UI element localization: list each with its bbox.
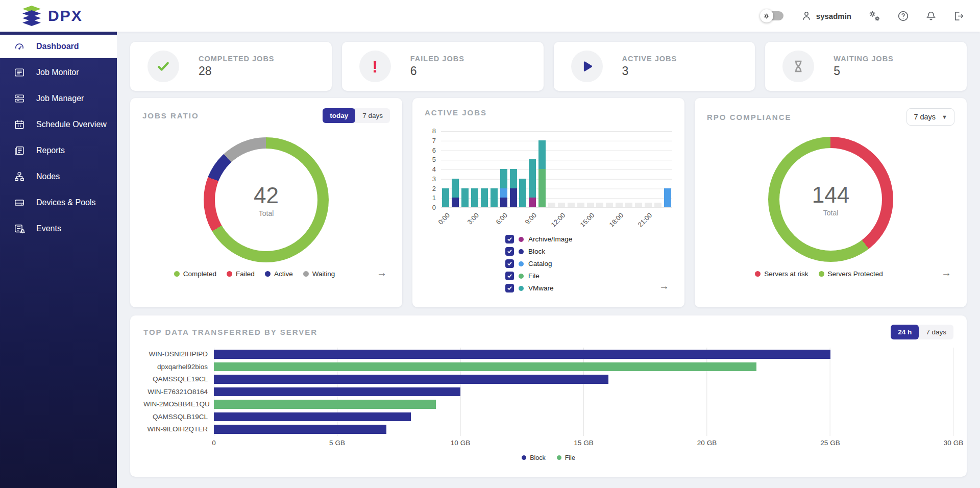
seven-days-button[interactable]: 7 days <box>919 325 953 339</box>
sidebar-item-devices-pools[interactable]: Devices & Pools <box>0 191 117 214</box>
server-label: WIN-9ILOIH2QTER <box>143 425 214 433</box>
empty-bar-placeholder <box>596 203 603 207</box>
bar-segment-vmware <box>442 188 449 208</box>
sidebar-item-dashboard[interactable]: Dashboard <box>0 35 117 58</box>
sidebar-item-job-monitor[interactable]: Job Monitor <box>0 61 117 84</box>
main-content: COMPLETED JOBS 28 ! FAILED JOBS 6 ACTIVE… <box>117 32 980 488</box>
legend-file: File <box>557 454 575 461</box>
server-row: QAMSSQLB19CL <box>143 412 953 422</box>
empty-bar-placeholder <box>635 203 642 207</box>
legend-archive-image[interactable]: Archive/Image <box>505 234 672 244</box>
legend-catalog[interactable]: Catalog <box>505 259 672 269</box>
bar-slot-17:00 <box>605 131 615 207</box>
jobs-total-label: Total <box>259 209 274 217</box>
empty-bar-placeholder <box>577 203 584 207</box>
bar-slot-20:00 <box>634 131 644 207</box>
rpo-range-value: 7 days <box>914 113 936 121</box>
rpo-total-label: Total <box>823 209 839 217</box>
bar-slot-5:00 <box>489 131 499 207</box>
legend-block: Block <box>522 454 546 461</box>
server-row: WIN-2MO5BB4E1QU <box>143 400 953 409</box>
bar-track <box>214 350 953 359</box>
sidebar-item-label: Job Monitor <box>36 68 79 77</box>
rpo-detail-arrow[interactable]: → <box>941 267 951 279</box>
bar-segment-catalog <box>664 188 671 208</box>
help-button[interactable] <box>897 10 909 22</box>
services-button[interactable] <box>868 9 881 22</box>
stat-label: COMPLETED JOBS <box>199 55 275 63</box>
bar-segment-block <box>452 198 459 207</box>
vmware-checkbox[interactable] <box>505 284 514 292</box>
active-jobs-detail-arrow[interactable]: → <box>659 280 669 292</box>
jobs-ratio-detail-arrow[interactable]: → <box>377 267 387 279</box>
sidebar-item-nodes[interactable]: Nodes <box>0 165 117 188</box>
archive-image-dot <box>519 237 524 242</box>
x-tick-label: 0:00 <box>437 211 452 226</box>
bar-segment-vmware <box>510 169 517 188</box>
y-tick-label: 8 <box>432 127 436 135</box>
y-tick-label: 6 <box>432 147 436 154</box>
sidebar-item-job-manager[interactable]: Job Manager <box>0 87 117 110</box>
x-tick-label: 21:00 <box>636 211 654 229</box>
server-row: dpxqarhel92bios <box>143 362 953 372</box>
sidebar-item-schedule-overview[interactable]: Schedule Overview <box>0 113 117 136</box>
rpo-range-select[interactable]: 7 days ▼ <box>906 108 954 126</box>
x-tick-label: 25 GB <box>820 439 840 447</box>
username: sysadmin <box>816 12 851 20</box>
rpo-legend: Servers at risk Servers Protected <box>707 270 931 278</box>
bar-track <box>214 425 953 434</box>
stat-label: WAITING JOBS <box>834 55 894 63</box>
block-checkbox[interactable] <box>505 247 514 256</box>
legend-file[interactable]: File <box>505 271 672 281</box>
bar-slot-21:00: 21:00 <box>643 131 653 207</box>
logout-button[interactable] <box>953 10 965 22</box>
job-monitor-icon <box>14 67 25 78</box>
y-tick-label: 0 <box>432 204 436 211</box>
settings-toggle[interactable] <box>760 9 785 22</box>
active-jobs-title: ACTIVE JOBS <box>425 108 487 117</box>
bar-slot-16:00 <box>595 131 605 207</box>
user-menu[interactable]: sysadmin <box>801 10 851 21</box>
top-data-rows: WIN-DSNI2IHPIPD dpxqarhel92bios QAMSSQLE… <box>143 350 953 434</box>
legend-failed: Failed <box>227 270 255 278</box>
y-tick-label: 4 <box>432 165 436 173</box>
stat-label: ACTIVE JOBS <box>622 55 677 63</box>
bar-segment-vmware <box>529 159 536 198</box>
exclamation-icon: ! <box>372 57 378 77</box>
calendar-icon <box>14 119 25 130</box>
archive-image-checkbox[interactable] <box>505 235 514 243</box>
legend-block[interactable]: Block <box>505 247 672 256</box>
server-label: WIN-E76321O8164 <box>143 388 214 396</box>
bar-segment-vmware <box>461 188 469 208</box>
sidebar-item-label: Devices & Pools <box>36 198 96 207</box>
bar-slot-13:00 <box>566 131 576 207</box>
sidebar-item-reports[interactable]: Reports <box>0 139 117 162</box>
bell-icon <box>925 10 937 22</box>
empty-bar-placeholder <box>587 203 594 207</box>
today-button[interactable]: today <box>323 108 355 123</box>
legend-completed: Completed <box>174 270 216 278</box>
empty-bar-placeholder <box>548 203 555 207</box>
catalog-checkbox[interactable] <box>505 259 514 268</box>
legend-servers-protected: Servers Protected <box>819 270 883 278</box>
sidebar-item-label: Events <box>36 224 61 233</box>
bar-track <box>214 400 953 409</box>
stat-card-active-jobs: ACTIVE JOBS 3 <box>554 42 755 91</box>
stat-cards-row: COMPLETED JOBS 28 ! FAILED JOBS 6 ACTIVE… <box>130 42 967 91</box>
data-bar <box>214 412 411 422</box>
file-checkbox[interactable] <box>505 272 514 280</box>
24h-button[interactable]: 24 h <box>891 325 919 339</box>
topbar: DPX sysadmin <box>0 0 980 32</box>
rpo-title: RPO COMPLIANCE <box>707 113 792 121</box>
seven-days-button[interactable]: 7 days <box>355 108 390 123</box>
bar-slot-2:00 <box>460 131 470 207</box>
server-row: WIN-DSNI2IHPIPD <box>143 350 953 359</box>
bar-slot-6:00: 6:00 <box>499 131 508 207</box>
y-tick-label: 7 <box>432 137 436 144</box>
notifications-button[interactable] <box>925 10 937 22</box>
top-data-range-toggle: 24 h 7 days <box>891 325 953 339</box>
x-tick-label: 9:00 <box>523 211 538 226</box>
sidebar-item-events[interactable]: Events <box>0 217 117 240</box>
legend-vmware[interactable]: VMware <box>505 283 672 293</box>
bar-segment-vmware <box>491 188 498 208</box>
